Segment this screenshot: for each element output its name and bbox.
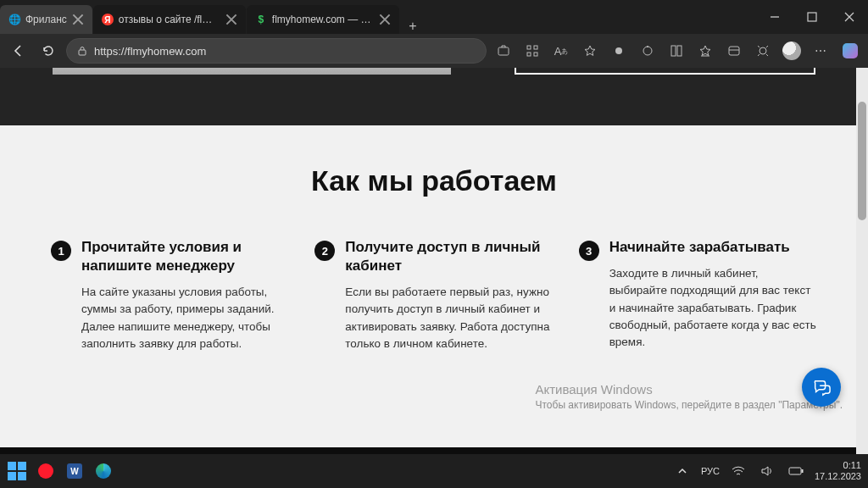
svg-rect-9 [671, 46, 676, 56]
minimize-button[interactable] [756, 0, 793, 34]
profile-avatar[interactable] [780, 39, 804, 63]
section-heading: Как мы работаем [311, 164, 557, 197]
svg-rect-14 [801, 469, 803, 473]
word-icon[interactable]: W [64, 461, 85, 481]
copilot-button[interactable] [837, 34, 863, 68]
close-tab-icon[interactable] [379, 14, 391, 25]
toolbar: https://flmyhomew.com Aあ ⋯ [0, 34, 868, 68]
globe-icon: 🌐 [8, 14, 20, 25]
dollar-icon: $ [255, 14, 267, 25]
browser-tab[interactable]: $ flmyhomew.com — Опасный на [247, 5, 399, 34]
hero-image [53, 68, 451, 75]
close-tab-icon[interactable] [72, 14, 84, 25]
wifi-icon[interactable] [728, 461, 748, 481]
chat-icon [812, 378, 831, 396]
opera-icon[interactable] [36, 461, 56, 481]
qr-icon[interactable] [520, 39, 544, 63]
svg-rect-4 [534, 46, 537, 49]
window-controls [756, 0, 868, 34]
tab-label: Фриланс [25, 14, 67, 25]
svg-rect-1 [79, 50, 86, 55]
tab-label: flmyhomew.com — Опасный на [272, 14, 374, 25]
start-button[interactable] [7, 461, 27, 481]
svg-rect-11 [729, 47, 739, 55]
step-description: На сайте указаны условия работы, суммы з… [81, 284, 289, 352]
svg-point-7 [643, 47, 652, 55]
svg-point-12 [760, 47, 766, 54]
language-indicator[interactable]: РУС [701, 466, 720, 476]
step-title: Прочитайте условия и напишите менеджеру [81, 238, 289, 275]
chat-widget-button[interactable] [802, 368, 841, 407]
tab-strip: 🌐 Фриланс Я отзывы о сайте /flmyhomew.co… [0, 0, 756, 34]
svg-rect-0 [808, 13, 816, 21]
step-item: 3 Начинайте зарабатывать Заходите в личн… [579, 238, 817, 351]
browser-tab[interactable]: Я отзывы о сайте /flmyhomew.com [93, 5, 246, 34]
favorites-list-icon[interactable] [693, 39, 717, 63]
taskbar-clock[interactable]: 0:11 17.12.2023 [815, 460, 861, 481]
ext-bug-icon[interactable] [751, 39, 775, 63]
page-viewport: Как мы работаем 1 Прочитайте условия и н… [0, 68, 868, 454]
svg-point-8 [647, 46, 648, 47]
more-menu-icon[interactable]: ⋯ [809, 39, 832, 63]
split-screen-icon[interactable] [665, 39, 688, 63]
svg-rect-3 [527, 46, 531, 49]
hero-card [515, 68, 815, 75]
back-button[interactable] [5, 38, 31, 64]
svg-rect-13 [789, 468, 801, 474]
clock-time: 0:11 [815, 460, 861, 471]
maximize-button[interactable] [793, 0, 831, 34]
scrollbar-thumb[interactable] [858, 102, 866, 220]
tab-label: отзывы о сайте /flmyhomew.com [119, 14, 220, 25]
title-bar: 🌐 Фриланс Я отзывы о сайте /flmyhomew.co… [0, 0, 868, 34]
step-number-badge: 3 [579, 241, 599, 261]
step-item: 2 Получите доступ в личный кабинет Если … [314, 238, 553, 352]
url-text: https://flmyhomew.com [94, 45, 206, 58]
how-we-work-section: Как мы работаем 1 Прочитайте условия и н… [0, 125, 868, 447]
step-description: Если вы работаете первый раз, нужно полу… [345, 284, 553, 352]
close-tab-icon[interactable] [225, 14, 237, 25]
scrollbar-track[interactable] [856, 68, 868, 454]
browser-tab[interactable]: 🌐 Фриланс [0, 5, 92, 34]
shopping-icon[interactable] [492, 39, 515, 63]
step-number-badge: 2 [314, 241, 335, 261]
battery-icon[interactable] [786, 461, 806, 481]
close-window-button[interactable] [831, 0, 868, 34]
step-title: Получите доступ в личный кабинет [345, 238, 553, 275]
favorite-icon[interactable] [578, 39, 602, 63]
step-number-badge: 1 [51, 241, 71, 261]
refresh-button[interactable] [36, 38, 61, 64]
volume-icon[interactable] [757, 461, 777, 481]
copilot-icon [843, 43, 858, 58]
new-tab-button[interactable]: + [400, 19, 426, 34]
steps-row: 1 Прочитайте условия и напишите менеджер… [51, 238, 817, 352]
svg-rect-2 [498, 47, 509, 55]
tray-chevron-icon[interactable] [672, 461, 693, 481]
collections-icon[interactable] [722, 39, 746, 63]
lock-icon [77, 46, 87, 56]
clock-date: 17.12.2023 [815, 471, 861, 482]
edge-icon[interactable] [93, 461, 114, 481]
text-size-icon[interactable]: Aあ [549, 39, 573, 63]
svg-rect-5 [527, 53, 531, 56]
next-section-peek [0, 447, 868, 454]
step-item: 1 Прочитайте условия и напишите менеджер… [51, 238, 289, 352]
svg-rect-6 [534, 53, 537, 56]
yandex-icon: Я [102, 14, 114, 25]
hero-section [0, 68, 868, 125]
extensions-icon[interactable] [636, 39, 659, 63]
address-bar[interactable]: https://flmyhomew.com [66, 38, 487, 64]
step-title: Начинайте зарабатывать [609, 238, 817, 257]
svg-rect-10 [677, 46, 682, 56]
step-description: Заходите в личный кабинет, выбирайте под… [609, 265, 817, 351]
extension-dot-icon[interactable] [607, 39, 631, 63]
windows-taskbar: W РУС 0:11 17.12.2023 [0, 454, 868, 488]
